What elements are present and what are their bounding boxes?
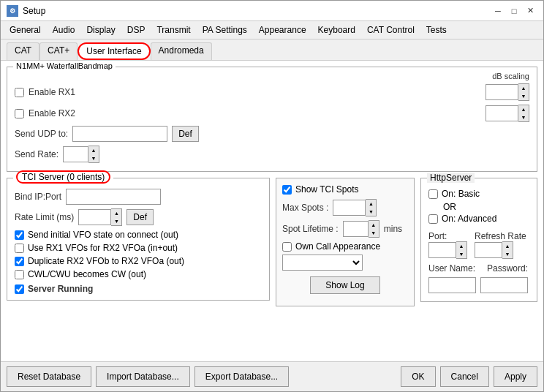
n1mm-section: N1MM+ WaterfallBandmap dB scaling Enable… — [7, 67, 537, 172]
window-icon: ⚙ — [7, 5, 18, 17]
tci-cb3[interactable] — [15, 257, 24, 266]
port-down-btn[interactable]: ▼ — [456, 250, 466, 258]
minimize-button[interactable]: ─ — [491, 4, 505, 18]
ok-button[interactable]: OK — [401, 366, 435, 387]
refresh-rate-label: Refresh Rate — [475, 231, 526, 241]
own-call-appearance-checkbox[interactable] — [282, 242, 292, 252]
tab-user-interface[interactable]: User Interface — [78, 42, 150, 60]
title-controls: ─ □ ✕ — [491, 4, 537, 18]
send-udp-row: Send UDP to: 127.0.0.1:13064 Def — [15, 126, 529, 142]
refresh-rate-down-btn[interactable]: ▼ — [502, 250, 513, 258]
rx2-value-input[interactable]: 0.30 — [486, 105, 518, 121]
rx2-up-btn[interactable]: ▲ — [518, 105, 529, 113]
menu-appearance[interactable]: Appearance — [253, 23, 312, 37]
rx1-up-btn[interactable]: ▲ — [518, 84, 529, 92]
tci-section-title: TCI Server (0 clients) — [13, 172, 113, 182]
port-input[interactable]: 8081 — [428, 242, 456, 258]
enable-rx1-row: Enable RX1 0.60 ▲ ▼ — [15, 83, 529, 101]
menu-audio[interactable]: Audio — [47, 23, 81, 37]
send-rate-label: Send Rate: — [15, 149, 58, 159]
on-basic-checkbox[interactable] — [428, 189, 438, 199]
enable-rx1-checkbox[interactable] — [15, 88, 24, 97]
max-spots-up-btn[interactable]: ▲ — [366, 200, 376, 208]
tab-cat[interactable]: CAT — [7, 42, 39, 60]
cancel-button[interactable]: Cancel — [440, 366, 489, 387]
send-udp-def-btn[interactable]: Def — [172, 126, 199, 142]
username-input[interactable]: powersdr — [428, 277, 476, 293]
rate-limit-input[interactable]: 100 — [78, 209, 111, 225]
rate-limit-row: Rate Limit (ms) 100 ▲ ▼ Def — [15, 208, 262, 226]
on-advanced-label: On: Advanced — [442, 214, 496, 224]
reset-db-button[interactable]: Reset Database — [7, 366, 91, 387]
tab-cat-plus[interactable]: CAT+ — [39, 42, 78, 60]
send-rate-input[interactable]: 8 — [63, 146, 88, 162]
menu-cat-control[interactable]: CAT Control — [361, 23, 420, 37]
tci-cb1[interactable] — [15, 230, 24, 240]
max-spots-label: Max Spots : — [282, 203, 328, 213]
mins-label: mins — [384, 224, 402, 234]
bottom-right-buttons: OK Cancel Apply — [401, 366, 537, 387]
or-label: OR — [443, 202, 529, 212]
password-label: Password: — [487, 263, 528, 274]
port-up-btn[interactable]: ▲ — [456, 242, 466, 250]
spot-lifetime-label: Spot Lifetime : — [282, 224, 339, 234]
enable-rx2-checkbox[interactable] — [15, 109, 24, 118]
rate-limit-down-btn[interactable]: ▼ — [111, 217, 121, 225]
show-log-button[interactable]: Show Log — [310, 276, 379, 294]
tci-cb1-row: Send initial VFO state on connect (out) — [15, 230, 262, 240]
import-db-button[interactable]: Import Database... — [96, 366, 190, 387]
tci-cb2-row: Use RX1 VFOs for RX2 VFOa (in+out) — [15, 243, 262, 253]
rx2-down-btn[interactable]: ▼ — [518, 113, 529, 121]
menu-pa-settings[interactable]: PA Settings — [197, 23, 253, 37]
tci-cb3-label: Duplicate RX2 VFOb to RX2 VFOa (out) — [28, 256, 184, 266]
menu-dsp[interactable]: DSP — [121, 23, 151, 37]
http-server-box: HttpServer On: Basic OR On: Advanced — [420, 178, 537, 302]
menu-display[interactable]: Display — [80, 23, 121, 37]
on-advanced-checkbox[interactable] — [428, 214, 438, 224]
maximize-button[interactable]: □ — [507, 4, 521, 18]
tci-cb2[interactable] — [15, 244, 24, 253]
rate-limit-spinner: 100 ▲ ▼ — [78, 208, 122, 226]
port-label: Port: — [428, 231, 467, 241]
dropdown-row — [282, 255, 408, 271]
show-tci-spots-checkbox[interactable] — [282, 185, 292, 195]
appearance-dropdown[interactable] — [282, 255, 363, 271]
n1mm-section-title: N1MM+ WaterfallBandmap — [13, 61, 116, 70]
max-spots-spinner: 1000 ▲ ▼ — [333, 199, 377, 216]
menu-general[interactable]: General — [4, 23, 47, 37]
tci-cb1-label: Send initial VFO state on connect (out) — [28, 230, 178, 240]
main-window: ⚙ Setup ─ □ ✕ General Audio Display DSP … — [0, 0, 544, 392]
send-rate-spinner: 8 ▲ ▼ — [63, 146, 99, 163]
rx1-down-btn[interactable]: ▼ — [518, 92, 529, 100]
spot-lifetime-input[interactable]: 20 — [343, 221, 369, 237]
spot-lifetime-up-btn[interactable]: ▲ — [369, 221, 379, 229]
spot-lifetime-down-btn[interactable]: ▼ — [369, 229, 379, 237]
send-rate-down-btn[interactable]: ▼ — [88, 154, 99, 162]
tci-cb4-label: CWL/CWU becomes CW (out) — [28, 269, 146, 279]
close-button[interactable]: ✕ — [523, 4, 537, 18]
server-running-checkbox[interactable] — [15, 284, 24, 294]
rate-limit-up-btn[interactable]: ▲ — [111, 209, 121, 217]
db-scaling-label: dB scaling — [486, 72, 529, 80]
refresh-rate-up-btn[interactable]: ▲ — [502, 242, 513, 250]
tab-andromeda[interactable]: Andromeda — [151, 42, 212, 60]
tci-cb4[interactable] — [15, 270, 24, 279]
refresh-rate-input[interactable]: 300 — [475, 242, 502, 258]
password-input[interactable]: powersdr — [480, 277, 528, 293]
menu-tests[interactable]: Tests — [420, 23, 453, 37]
send-rate-up-btn[interactable]: ▲ — [88, 146, 99, 154]
rate-limit-label: Rate Limit (ms) — [15, 212, 74, 222]
rx1-value-input[interactable]: 0.60 — [486, 84, 518, 100]
send-udp-input[interactable]: 127.0.0.1:13064 — [72, 126, 167, 142]
rate-limit-def-btn[interactable]: Def — [126, 209, 154, 225]
menu-transmit[interactable]: Transmit — [151, 23, 196, 37]
bind-ip-input[interactable]: 192.168.0.26:50001 — [66, 189, 161, 205]
max-spots-down-btn[interactable]: ▼ — [366, 208, 376, 216]
menu-keyboard[interactable]: Keyboard — [312, 23, 361, 37]
main-content: N1MM+ WaterfallBandmap dB scaling Enable… — [1, 61, 543, 361]
export-db-button[interactable]: Export Database... — [194, 366, 289, 387]
on-basic-label: On: Basic — [442, 189, 480, 199]
max-spots-input[interactable]: 1000 — [333, 200, 366, 216]
apply-button[interactable]: Apply — [494, 366, 537, 387]
sub-tabs-container: CAT CAT+ User Interface Andromeda — [1, 39, 543, 61]
